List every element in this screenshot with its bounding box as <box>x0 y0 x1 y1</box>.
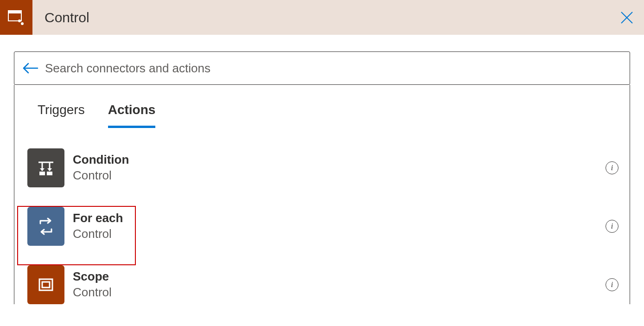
action-item-scope[interactable]: Scope Control i <box>27 265 617 304</box>
search-input[interactable] <box>45 61 622 76</box>
tab-list: Triggers Actions <box>38 102 617 128</box>
action-category: Control <box>73 226 617 242</box>
scope-icon <box>27 265 64 304</box>
panel-title: Control <box>45 10 89 26</box>
info-icon: i <box>611 164 613 172</box>
arrow-left-icon <box>22 62 38 75</box>
svg-rect-11 <box>47 172 52 175</box>
tab-actions[interactable]: Actions <box>108 102 156 128</box>
action-item-foreach[interactable]: For each Control i <box>27 207 617 246</box>
action-name: Condition <box>73 153 617 167</box>
close-icon <box>619 10 634 25</box>
info-button[interactable]: i <box>606 161 618 174</box>
control-connector-icon <box>0 0 32 35</box>
info-icon: i <box>611 222 613 230</box>
condition-icon <box>27 148 64 187</box>
action-category: Control <box>73 168 617 184</box>
action-category: Control <box>73 285 617 300</box>
svg-rect-12 <box>39 279 52 290</box>
svg-rect-10 <box>39 172 45 175</box>
action-text: For each Control <box>73 211 617 242</box>
tab-triggers[interactable]: Triggers <box>38 102 85 128</box>
close-button[interactable] <box>618 9 636 26</box>
action-name: Scope <box>73 269 617 284</box>
back-button[interactable] <box>22 60 38 77</box>
action-list: Condition Control i For each Control <box>27 148 617 304</box>
foreach-icon <box>27 207 64 246</box>
action-text: Condition Control <box>73 153 617 184</box>
svg-point-2 <box>18 19 21 22</box>
svg-rect-13 <box>42 282 50 288</box>
action-item-condition[interactable]: Condition Control i <box>27 148 617 187</box>
svg-rect-1 <box>8 11 21 13</box>
panel-body: Triggers Actions Condition Control <box>14 85 630 304</box>
info-button[interactable]: i <box>606 278 618 291</box>
search-bar <box>14 51 630 85</box>
action-text: Scope Control <box>73 269 617 300</box>
info-button[interactable]: i <box>606 220 618 233</box>
panel-header: Control <box>0 0 644 35</box>
svg-point-3 <box>21 22 24 25</box>
info-icon: i <box>611 281 613 289</box>
action-name: For each <box>73 211 617 225</box>
